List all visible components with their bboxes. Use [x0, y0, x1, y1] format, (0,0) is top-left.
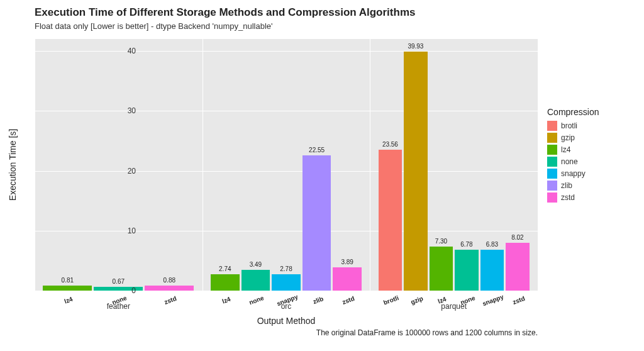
- bar-category-label: zstd: [164, 295, 178, 306]
- bar-value-label: 2.74: [219, 265, 231, 272]
- bar-value-label: 8.02: [511, 234, 523, 241]
- bar-category-label: snappy: [482, 293, 505, 307]
- bar-value-label: 0.81: [62, 277, 74, 284]
- bar-parquet-zstd: [506, 243, 530, 291]
- bar-value-label: 0.88: [164, 277, 175, 284]
- y-tick-label: 40: [35, 47, 136, 55]
- y-axis-label: Execution Time [s]: [8, 129, 18, 201]
- legend-label: brotli: [561, 121, 577, 130]
- legend-swatch: [547, 145, 557, 155]
- y-tick-label: 30: [35, 106, 136, 115]
- bar-category-label: brotli: [383, 294, 400, 306]
- bar-category-label: zstd: [512, 295, 526, 306]
- bar-orc-snappy: [272, 274, 301, 291]
- bar-value-label: 2.78: [280, 265, 292, 272]
- bar-category-label: zlib: [312, 295, 324, 305]
- grid-line: [370, 39, 370, 291]
- group-label-parquet: parquet: [441, 302, 467, 311]
- group-label-feather: feather: [107, 302, 130, 311]
- legend-label: zlib: [561, 181, 572, 190]
- bar-parquet-none: [455, 250, 479, 291]
- bar-value-label: 22.55: [309, 147, 325, 153]
- y-tick-label: 0: [35, 286, 136, 295]
- bar-parquet-brotli: [379, 150, 402, 291]
- bar-value-label: 3.89: [341, 259, 353, 265]
- bar-category-label: none: [248, 294, 265, 306]
- legend: Compression brotligziplz4nonesnappyzlibz…: [547, 107, 599, 204]
- legend-swatch: [547, 133, 557, 143]
- grid-line: [35, 39, 35, 291]
- bar-value-label: 39.93: [408, 43, 423, 50]
- chart-title: Execution Time of Different Storage Meth…: [35, 6, 415, 19]
- bar-value-label: 23.56: [382, 141, 398, 148]
- bar-category-label: lz4: [64, 296, 74, 305]
- legend-swatch: [547, 121, 557, 131]
- bar-orc-zstd: [333, 267, 362, 291]
- chart-container: Execution Time of Different Storage Meth…: [0, 0, 644, 351]
- legend-item-zlib: zlib: [547, 181, 599, 191]
- legend-label: lz4: [561, 145, 570, 154]
- bar-value-label: 7.30: [435, 238, 447, 245]
- legend-label: snappy: [561, 169, 586, 178]
- plot-area: [35, 39, 538, 291]
- legend-swatch: [547, 192, 557, 203]
- legend-label: none: [561, 157, 578, 166]
- bar-value-label: 6.83: [486, 241, 498, 248]
- legend-item-zstd: zstd: [547, 192, 599, 203]
- legend-item-gzip: gzip: [547, 133, 599, 143]
- grid-line: [203, 39, 203, 291]
- bar-parquet-gzip: [404, 52, 428, 291]
- legend-label: gzip: [561, 133, 575, 142]
- x-axis-label: Output Method: [35, 316, 538, 326]
- legend-swatch: [547, 181, 557, 191]
- bar-value-label: 3.49: [250, 261, 262, 268]
- legend-label: zstd: [561, 193, 575, 202]
- bar-category-label: lz4: [221, 296, 231, 305]
- legend-title: Compression: [547, 107, 599, 117]
- bar-orc-lz4: [211, 274, 240, 291]
- legend-swatch: [547, 169, 557, 179]
- bar-category-label: gzip: [410, 295, 425, 306]
- group-label-orc: orc: [281, 302, 292, 311]
- bar-parquet-snappy: [480, 250, 504, 291]
- bar-feather-zstd: [145, 286, 194, 291]
- bar-value-label: 0.67: [113, 278, 125, 285]
- chart-caption: The original DataFrame is 100000 rows an…: [35, 328, 538, 337]
- y-tick-label: 20: [35, 167, 136, 176]
- legend-item-lz4: lz4: [547, 145, 599, 155]
- legend-swatch: [547, 157, 557, 167]
- bar-value-label: 6.78: [460, 241, 472, 248]
- grid-line: [538, 39, 538, 291]
- bar-category-label: zstd: [341, 295, 356, 306]
- legend-item-none: none: [547, 157, 599, 167]
- bar-parquet-lz4: [430, 247, 453, 291]
- y-tick-label: 10: [35, 226, 136, 235]
- bar-orc-none: [242, 270, 270, 291]
- legend-item-brotli: brotli: [547, 121, 599, 131]
- legend-item-snappy: snappy: [547, 169, 599, 179]
- chart-subtitle: Float data only [Lower is better] - dtyp…: [35, 21, 273, 31]
- bar-orc-zlib: [303, 155, 331, 291]
